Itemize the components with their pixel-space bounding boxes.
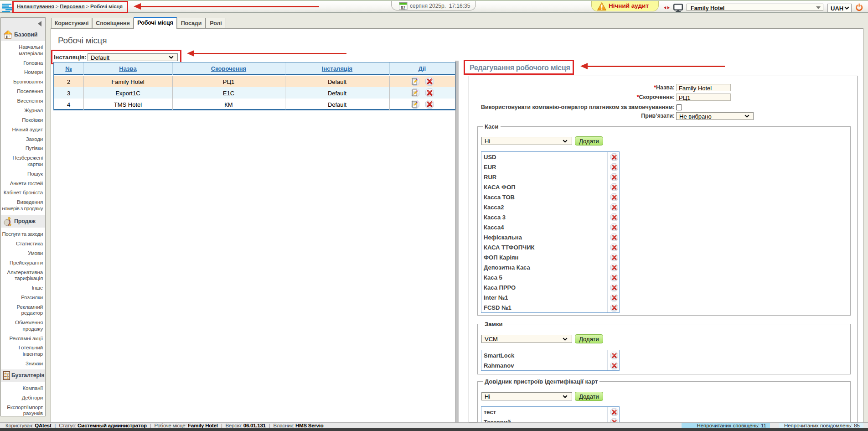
svg-text:07: 07 [401, 5, 405, 10]
